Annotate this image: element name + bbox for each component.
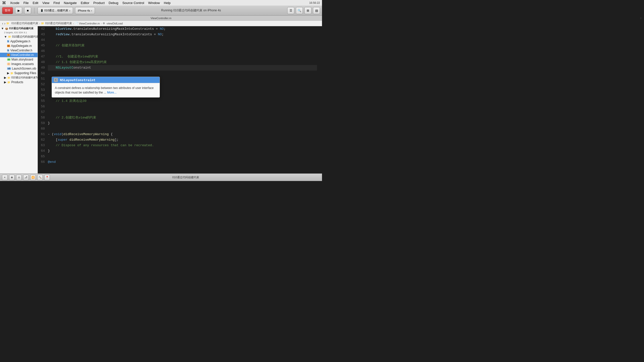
code-line-42: blueView.translatesAutoresizingMaskIntoC… <box>48 26 317 32</box>
autocomplete-item[interactable]: C NSLayoutConstraint <box>52 77 160 83</box>
breadcrumb-icon-4: ⚙ <box>103 22 105 25</box>
device-label: iPhone 4s <box>78 9 90 12</box>
menu-help[interactable]: Help <box>164 1 171 5</box>
build-status: Running 010通过代码创建约束 on iPhone 4s <box>97 8 285 13</box>
sidebar-project-header[interactable]: ▼ 📦 010通过代码创建约束 <box>0 26 38 31</box>
bottom-build-button[interactable]: 🔨 <box>37 175 43 180</box>
sidebar-file-images[interactable]: ⋮ Images.xcassets <box>0 62 38 66</box>
code-line-59: } <box>48 120 317 126</box>
menu-file[interactable]: File <box>23 1 29 5</box>
code-line-47: //1. 创建蓝色view的约束 <box>48 54 317 59</box>
code-line-64: } <box>48 148 317 154</box>
scheme-selector[interactable]: 📱 010通过…创建约束 › <box>38 7 73 14</box>
collapse-icon: ▼ <box>1 27 4 30</box>
menu-product[interactable]: Product <box>93 1 105 5</box>
code-line-65 <box>48 154 317 159</box>
bottom-branch-button[interactable]: 🔀 <box>30 175 36 180</box>
code-line-46 <box>48 48 317 54</box>
breadcrumb-project[interactable]: 010通过代码创建约束 <box>11 21 38 25</box>
autocomplete-doc: A constraint defines a relationship betw… <box>52 83 160 97</box>
code-line-45: // 创建并添加约束 <box>48 43 317 48</box>
sidebar: ▼ 📦 010通过代码创建约束 2 targets, iOS SDK 8.1 ▼… <box>0 26 38 173</box>
main-layout: ▼ 📦 010通过代码创建约束 2 targets, iOS SDK 8.1 ▼… <box>0 26 322 173</box>
sidebar-folder-supporting[interactable]: ▶ 📁 Supporting Files <box>0 71 38 75</box>
code-line-48: // 1.1 创建蓝色view高度的约束 <box>48 59 317 65</box>
bottom-loc-button[interactable]: 📍 <box>44 175 50 180</box>
sidebar-project-meta: 2 targets, iOS SDK 8.1 <box>0 31 38 34</box>
autocomplete-label: NSLayoutConstraint <box>60 78 95 82</box>
menu-view[interactable]: View <box>42 1 49 5</box>
code-line-55: // 1.4 距离右边30 <box>48 98 317 104</box>
breadcrumb-method[interactable]: -viewDidLoad <box>106 22 123 25</box>
menu-xcode[interactable]: Xcode <box>10 1 19 5</box>
navigator-toggle[interactable]: ☰ <box>287 7 294 14</box>
sidebar-file-launchscreen[interactable]: xib LaunchScreen.xib <box>0 66 38 71</box>
breadcrumb-nav-next[interactable]: › <box>4 21 6 25</box>
bottom-git-button[interactable]: ⎇ <box>23 175 29 180</box>
code-line-62: [super didReceiveMemoryWarning]; <box>48 137 317 143</box>
editor-area[interactable]: 42 43 44 45 46 47 48 49 50 51 52 53 54 5… <box>38 26 322 173</box>
device-selector[interactable]: iPhone 4s › <box>75 7 95 14</box>
code-line-49: NSLayoutConstraint <box>48 65 317 71</box>
breadcrumb: ‹ › 📁 010通过代码创建约束 › 📁 010通过代码创建约束 › 📄 Vi… <box>0 21 322 26</box>
autocomplete-popup[interactable]: C NSLayoutConstraint A constraint define… <box>52 77 160 98</box>
code-line-44 <box>48 37 317 43</box>
project-name-label: 010通过代码创建约束 <box>9 27 33 30</box>
menu-window[interactable]: Window <box>148 1 160 5</box>
editor-layout[interactable]: ⊞ <box>304 7 311 14</box>
pause-label: 暂停 <box>5 9 10 12</box>
code-line-66: @end <box>48 159 317 165</box>
window-title: ViewController.m + <box>0 16 322 21</box>
sidebar-folder-tests[interactable]: ▶ 📁 010通过代码创建约束Tests <box>0 75 38 80</box>
menu-editor[interactable]: Editor <box>81 1 89 5</box>
toolbar: 暂停 ▶ ■ 📱 010通过…创建约束 › iPhone 4s › Runnin… <box>0 6 322 16</box>
breadcrumb-icon-2: 📁 <box>41 22 44 25</box>
code-line-56 <box>48 104 317 109</box>
inspector-toggle[interactable]: ▤ <box>313 7 320 14</box>
pause-button[interactable]: 暂停 <box>2 7 13 14</box>
breadcrumb-icon-1: 📁 <box>6 22 9 25</box>
debug-toggle[interactable]: 🔍 <box>296 7 303 14</box>
sidebar-group[interactable]: ▼ 📁 010通过代码创建约束 <box>0 34 38 39</box>
run-button[interactable]: ▶ <box>15 7 22 14</box>
menu-find[interactable]: Find <box>53 1 60 5</box>
project-icon: 📦 <box>5 27 8 30</box>
code-line-43: redView.translatesAutoresizingMaskIntoCo… <box>48 32 317 37</box>
sidebar-file-viewcontrollerh[interactable]: h ViewController.h <box>0 48 38 53</box>
sidebar-file-mainstoryboard[interactable]: sb Main.storyboard <box>0 57 38 62</box>
bottom-add-button[interactable]: + <box>2 175 8 180</box>
line-numbers: 42 43 44 45 46 47 48 49 50 51 52 53 54 5… <box>38 26 48 165</box>
code-line-63: // Dispose of any resources that can be … <box>48 143 317 148</box>
breadcrumb-file[interactable]: ViewController.m <box>79 22 100 25</box>
menu-edit[interactable]: Edit <box>33 1 38 5</box>
sidebar-file-appdelegateh[interactable]: h AppDelegate.h <box>0 39 38 44</box>
breadcrumb-icon-3: 📄 <box>75 22 78 25</box>
menu-source-control[interactable]: Source Control <box>122 1 144 5</box>
menubar: ⌘ Xcode File Edit View Find Navigate Edi… <box>0 0 322 6</box>
code-line-60 <box>48 126 317 132</box>
code-line-61: - (void)didReceiveMemoryWarning { <box>48 132 317 137</box>
bottom-status: 010通过代码创建约束 <box>51 175 320 179</box>
sidebar-folder-products[interactable]: ▶ 📁 Products <box>0 80 38 84</box>
stop-button[interactable]: ■ <box>24 7 31 14</box>
code-line-50 <box>48 71 317 76</box>
code-line-57 <box>48 109 317 115</box>
breadcrumb-nav-prev[interactable]: ‹ <box>2 21 3 25</box>
breadcrumb-group[interactable]: 010通过代码创建约束 <box>45 21 72 25</box>
bottom-nav-button[interactable]: ⊕ <box>9 175 15 180</box>
more-link[interactable]: More... <box>107 91 116 94</box>
sidebar-file-appdelegatem[interactable]: m AppDelegate.m <box>0 44 38 48</box>
apple-menu[interactable]: ⌘ <box>2 1 6 5</box>
sidebar-file-viewcontrollerm[interactable]: m ViewController.m <box>0 53 38 57</box>
autocomplete-type-icon: C <box>54 78 58 82</box>
bottom-bar: + ⊕ ⚠ ⎇ 🔀 🔨 📍 010通过代码创建约束 <box>0 173 322 181</box>
menu-navigate[interactable]: Navigate <box>64 1 77 5</box>
menu-debug[interactable]: Debug <box>109 1 118 5</box>
scheme-label: 010通过…创建约束 <box>44 9 68 12</box>
code-line-58: // 2.创建红色view的约束 <box>48 115 317 120</box>
bottom-warn-button[interactable]: ⚠ <box>16 175 22 180</box>
